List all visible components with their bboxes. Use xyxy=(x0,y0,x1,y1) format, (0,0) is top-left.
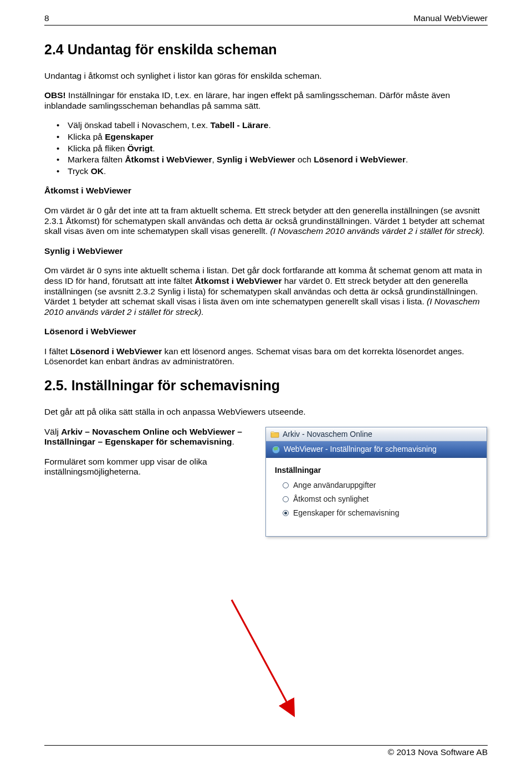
menubar-label: WebViewer - Inställningar för schemavisn… xyxy=(284,445,437,454)
globe-icon xyxy=(272,445,280,454)
section-24-obs: OBS! Inställningar för enstaka ID, t.ex.… xyxy=(44,90,488,111)
page-number: 8 xyxy=(44,13,49,24)
svg-line-1 xyxy=(232,600,293,714)
folder-icon xyxy=(270,430,279,438)
list-item: Klicka på fliken Övrigt. xyxy=(68,144,488,154)
list-item: Tryck OK. xyxy=(68,166,488,177)
footer: © 2013 Nova Software AB xyxy=(44,745,488,758)
radio-label: Egenskaper för schemavisning xyxy=(293,508,399,518)
window-titlebar: Arkiv - Novaschem Online xyxy=(266,427,487,442)
doc-title: Manual WebViewer xyxy=(413,13,488,24)
atkomst-text: Om värdet är 0 går det inte att ta fram … xyxy=(44,206,488,237)
radio-icon xyxy=(283,510,289,516)
radio-option-3[interactable]: Egenskaper för schemavisning xyxy=(283,508,478,518)
radio-option-1[interactable]: Ange användaruppgifter xyxy=(283,481,478,490)
section-25-title: 2.5. Inställningar för schemavisning xyxy=(44,377,488,394)
section-24-title: 2.4 Undantag för enskilda scheman xyxy=(44,41,488,58)
arrow-annotation xyxy=(229,598,301,721)
list-item: Klicka på Egenskaper xyxy=(68,132,488,142)
radio-icon xyxy=(283,496,289,502)
obs-label: OBS! xyxy=(44,90,66,100)
list-item: Välj önskad tabell i Novaschem, t.ex. Ta… xyxy=(68,120,488,131)
synlig-text: Om värdet är 0 syns inte aktuellt schema… xyxy=(44,266,488,317)
list-item: Markera fälten Åtkomst i WebViewer, Synl… xyxy=(68,155,488,165)
radio-label: Ange användaruppgifter xyxy=(293,481,376,490)
settings-window: Arkiv - Novaschem Online WebViewer - Ins… xyxy=(265,427,487,537)
copyright: © 2013 Nova Software AB xyxy=(388,747,488,757)
instruction-list: Välj önskad tabell i Novaschem, t.ex. Ta… xyxy=(44,120,488,176)
radio-icon xyxy=(283,482,289,488)
window-title: Arkiv - Novaschem Online xyxy=(283,430,372,439)
settings-panel: Inställningar Ange användaruppgifter Åtk… xyxy=(266,458,487,536)
group-title: Inställningar xyxy=(275,466,478,475)
section-25-step1: Välj Arkiv – Novaschem Online och WebVie… xyxy=(44,427,251,447)
section-25-step2: Formuläret som kommer upp visar de olika… xyxy=(44,457,251,477)
window-menubar: WebViewer - Inställningar för schemavisn… xyxy=(266,441,487,458)
losenord-heading: Lösenord i WebViewer xyxy=(44,327,488,337)
section-24-intro: Undantag i åtkomst och synlighet i listo… xyxy=(44,71,488,81)
atkomst-heading: Åtkomst i WebViewer xyxy=(44,186,488,196)
radio-label: Åtkomst och synlighet xyxy=(293,494,369,504)
radio-option-2[interactable]: Åtkomst och synlighet xyxy=(283,494,478,504)
losenord-text: I fältet Lösenord i WebViewer kan ett lö… xyxy=(44,346,488,367)
section-25-intro: Det går att på olika sätt ställa in och … xyxy=(44,407,488,417)
obs-text: Inställningar för enstaka ID, t.ex. en l… xyxy=(44,90,450,110)
synlig-heading: Synlig i WebViewer xyxy=(44,246,488,257)
